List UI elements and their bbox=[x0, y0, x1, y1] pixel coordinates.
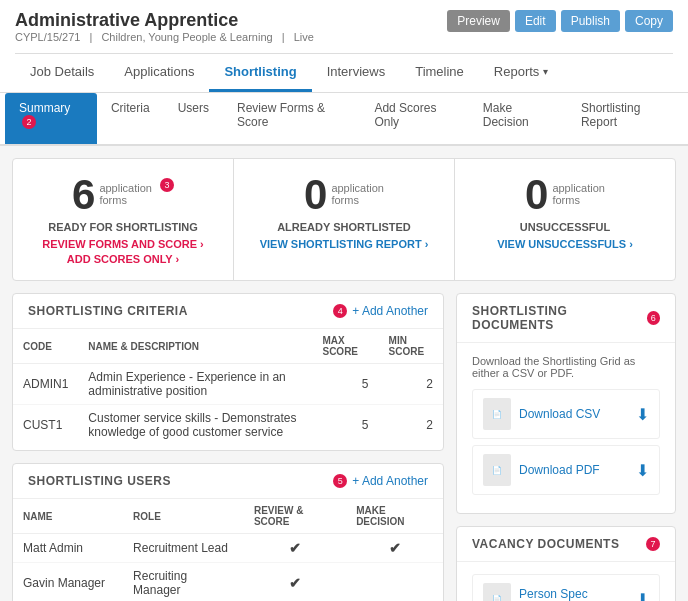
main-content: 6 application forms 3 READY FOR SHORTLIS… bbox=[0, 146, 688, 601]
vacancy-docs-card: VACANCY DOCUMENTS 7 📄 Person Spec Person… bbox=[456, 526, 676, 601]
person-spec-item: 📄 Person Spec PersonSpec.pdf ⬇ bbox=[472, 574, 660, 601]
download-csv-item: 📄 Download CSV ⬇ bbox=[472, 389, 660, 439]
nav-job-details[interactable]: Job Details bbox=[15, 54, 109, 92]
docs-badge: 6 bbox=[647, 311, 661, 325]
table-row: Gavin Manager Recruiting Manager ✔ bbox=[13, 563, 443, 602]
nav-shortlisting[interactable]: Shortlisting bbox=[209, 54, 311, 92]
nav-interviews[interactable]: Interviews bbox=[312, 54, 401, 92]
vacancy-docs-title: VACANCY DOCUMENTS bbox=[472, 537, 619, 551]
vacancy-badge: 7 bbox=[646, 537, 660, 551]
person-spec-label: Person Spec bbox=[519, 587, 590, 601]
stat-ready-number: 6 bbox=[72, 174, 95, 216]
users-badge: 5 bbox=[333, 474, 347, 488]
user-review-score: ✔ bbox=[244, 563, 346, 602]
criteria-desc: Admin Experience - Experience in an admi… bbox=[78, 364, 312, 405]
nav-applications[interactable]: Applications bbox=[109, 54, 209, 92]
copy-button[interactable]: Copy bbox=[625, 10, 673, 32]
publish-button[interactable]: Publish bbox=[561, 10, 620, 32]
criteria-code: ADMIN1 bbox=[13, 364, 78, 405]
sub-nav-shortlisting-report[interactable]: Shortlisting Report bbox=[567, 93, 683, 144]
stat-shortlisted: 0 application forms ALREADY SHORTLISTED … bbox=[234, 159, 455, 280]
nav-reports[interactable]: Reports ▾ bbox=[479, 54, 564, 92]
user-role: Recruitment Lead bbox=[123, 534, 244, 563]
criteria-card: SHORTLISTING CRITERIA 4 + Add Another CO… bbox=[12, 293, 444, 451]
right-column: SHORTLISTING DOCUMENTS 6 Download the Sh… bbox=[456, 293, 676, 601]
shortlisting-docs-desc: Download the Shortlisting Grid as either… bbox=[472, 355, 660, 379]
criteria-max: 5 bbox=[312, 364, 378, 405]
csv-doc-icon: 📄 bbox=[483, 398, 511, 430]
user-make-decision bbox=[346, 563, 443, 602]
shortlisting-docs-body: Download the Shortlisting Grid as either… bbox=[457, 343, 675, 513]
stat-ready-heading: READY FOR SHORTLISTING bbox=[33, 221, 213, 233]
col-description: NAME & DESCRIPTION bbox=[78, 329, 312, 364]
edit-button[interactable]: Edit bbox=[515, 10, 556, 32]
criteria-table: CODE NAME & DESCRIPTION MAX SCORE MIN SC… bbox=[13, 329, 443, 445]
table-row: ADMIN1 Admin Experience - Experience in … bbox=[13, 364, 443, 405]
left-column: SHORTLISTING CRITERIA 4 + Add Another CO… bbox=[12, 293, 444, 601]
nav-timeline[interactable]: Timeline bbox=[400, 54, 479, 92]
pdf-download-icon[interactable]: ⬇ bbox=[636, 461, 649, 480]
page-title: Administrative Apprentice bbox=[15, 10, 320, 31]
download-csv-link[interactable]: Download CSV bbox=[519, 407, 600, 421]
col-role: ROLE bbox=[123, 499, 244, 534]
criteria-code: CUST1 bbox=[13, 405, 78, 446]
criteria-badge: 4 bbox=[333, 304, 347, 318]
vacancy-docs-body: 📄 Person Spec PersonSpec.pdf ⬇ bbox=[457, 562, 675, 601]
shortlisting-docs-header: SHORTLISTING DOCUMENTS 6 bbox=[457, 294, 675, 343]
stat-unsuccessful-heading: UNSUCCESSFUL bbox=[475, 221, 655, 233]
criteria-max: 5 bbox=[312, 405, 378, 446]
two-col-section: SHORTLISTING CRITERIA 4 + Add Another CO… bbox=[12, 293, 676, 601]
csv-download-icon[interactable]: ⬇ bbox=[636, 405, 649, 424]
stat-ready: 6 application forms 3 READY FOR SHORTLIS… bbox=[13, 159, 234, 280]
sub-nav-review-forms[interactable]: Review Forms & Score bbox=[223, 93, 360, 144]
preview-button[interactable]: Preview bbox=[447, 10, 510, 32]
user-review-score: ✔ bbox=[244, 534, 346, 563]
table-row: CUST1 Customer service skills - Demonstr… bbox=[13, 405, 443, 446]
sub-nav-make-decision[interactable]: Make Decision bbox=[469, 93, 567, 144]
sub-nav-summary[interactable]: Summary 2 bbox=[5, 93, 97, 144]
stats-row: 6 application forms 3 READY FOR SHORTLIS… bbox=[12, 158, 676, 281]
stat-shortlisted-heading: ALREADY SHORTLISTED bbox=[254, 221, 434, 233]
sub-nav-add-scores[interactable]: Add Scores Only bbox=[360, 93, 468, 144]
download-pdf-link[interactable]: Download PDF bbox=[519, 463, 600, 477]
view-shortlisting-link[interactable]: VIEW SHORTLISTING REPORT › bbox=[254, 238, 434, 250]
stat-unsuccessful: 0 application forms UNSUCCESSFUL VIEW UN… bbox=[455, 159, 675, 280]
person-spec-icon: 📄 bbox=[483, 583, 511, 601]
criteria-desc: Customer service skills - Demonstrates k… bbox=[78, 405, 312, 446]
main-navigation: Job Details Applications Shortlisting In… bbox=[15, 53, 673, 92]
view-unsuccessfuls-link[interactable]: VIEW UNSUCCESSFULS › bbox=[475, 238, 655, 250]
stat-ready-label2: forms bbox=[99, 194, 127, 206]
stat-shortlisted-number: 0 bbox=[304, 174, 327, 216]
department: Children, Young People & Learning bbox=[101, 31, 272, 43]
reports-dropdown-icon: ▾ bbox=[543, 66, 548, 77]
header-meta: CYPL/15/271 | Children, Young People & L… bbox=[15, 31, 320, 43]
job-ref: CYPL/15/271 bbox=[15, 31, 80, 43]
criteria-min: 2 bbox=[379, 364, 443, 405]
col-name: NAME bbox=[13, 499, 123, 534]
stat-unsuccessful-number: 0 bbox=[525, 174, 548, 216]
col-review-score: REVIEW & SCORE bbox=[244, 499, 346, 534]
shortlisting-docs-card: SHORTLISTING DOCUMENTS 6 Download the Sh… bbox=[456, 293, 676, 514]
review-forms-link[interactable]: REVIEW FORMS AND SCORE › bbox=[33, 238, 213, 250]
col-min-score: MIN SCORE bbox=[379, 329, 443, 364]
status-badge: Live bbox=[294, 31, 314, 43]
user-make-decision: ✔ bbox=[346, 534, 443, 563]
criteria-title: SHORTLISTING CRITERIA bbox=[28, 304, 188, 318]
add-scores-link[interactable]: ADD SCORES ONLY › bbox=[33, 253, 213, 265]
col-code: CODE bbox=[13, 329, 78, 364]
download-pdf-item: 📄 Download PDF ⬇ bbox=[472, 445, 660, 495]
user-name: Matt Admin bbox=[13, 534, 123, 563]
vacancy-docs-header: VACANCY DOCUMENTS 7 bbox=[457, 527, 675, 562]
criteria-add-button[interactable]: + Add Another bbox=[352, 304, 428, 318]
stat-ready-label1: application bbox=[99, 182, 152, 194]
user-name: Gavin Manager bbox=[13, 563, 123, 602]
users-header: SHORTLISTING USERS 5 + Add Another bbox=[13, 464, 443, 499]
person-spec-download-icon[interactable]: ⬇ bbox=[636, 590, 649, 602]
users-add-button[interactable]: + Add Another bbox=[352, 474, 428, 488]
col-max-score: MAX SCORE bbox=[312, 329, 378, 364]
sub-nav-criteria[interactable]: Criteria bbox=[97, 93, 164, 144]
shortlisting-docs-title: SHORTLISTING DOCUMENTS bbox=[472, 304, 647, 332]
sub-navigation: Summary 2 Criteria Users Review Forms & … bbox=[0, 93, 688, 146]
sub-nav-badge: 2 bbox=[22, 115, 36, 129]
sub-nav-users[interactable]: Users bbox=[164, 93, 223, 144]
